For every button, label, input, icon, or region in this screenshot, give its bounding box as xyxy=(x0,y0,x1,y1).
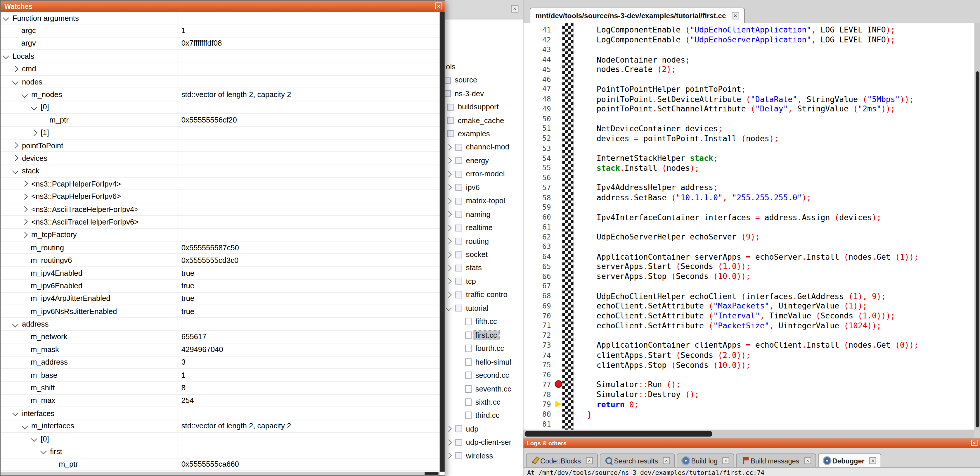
tree-item-wireless[interactable]: wireless xyxy=(438,449,523,463)
expand-icon[interactable] xyxy=(22,232,28,238)
line-marker-slot[interactable] xyxy=(556,74,562,84)
expand-icon[interactable] xyxy=(445,278,452,284)
expand-icon[interactable] xyxy=(445,265,452,271)
logs-tab-code-blocks[interactable]: Code::Blocks× xyxy=(526,454,598,467)
line-marker-slot[interactable] xyxy=(556,380,562,390)
vertical-scrollbar[interactable] xyxy=(974,23,980,430)
collapse-icon[interactable] xyxy=(31,104,37,110)
watch-row-address[interactable]: address xyxy=(1,318,440,331)
expand-icon[interactable] xyxy=(445,453,452,459)
tree-item-traffic-contro[interactable]: traffic-contro xyxy=(438,288,523,302)
line-marker-slot[interactable] xyxy=(556,143,562,153)
tree-item-naming[interactable]: naming xyxy=(438,208,523,221)
collapse-icon[interactable] xyxy=(22,423,28,429)
tree-item-ols[interactable]: ols xyxy=(438,60,523,73)
close-icon[interactable]: × xyxy=(732,12,739,19)
close-icon[interactable]: × xyxy=(870,457,877,464)
vertical-scrollbar-thumb[interactable] xyxy=(975,71,979,427)
watches-horizontal-scrollbar[interactable] xyxy=(1,471,440,475)
expand-icon[interactable] xyxy=(445,238,452,244)
watch-row-ns3-pcaphelperforipv6[interactable]: <ns3::PcapHelperForIpv6> xyxy=(1,190,440,203)
tree-item-udp-client-ser[interactable]: udp-client-ser xyxy=(438,436,523,449)
watch-row-m-ipv6nsrsjitterenabled[interactable]: m_ipv6NsRsJitterEnabledtrue xyxy=(1,305,440,318)
tree-item-energy[interactable]: energy xyxy=(438,154,523,168)
expand-icon[interactable] xyxy=(445,439,452,446)
expand-icon[interactable] xyxy=(12,155,18,161)
watches-vertical-scrollbar[interactable] xyxy=(440,12,445,471)
line-marker-slot[interactable] xyxy=(556,114,562,124)
expand-icon[interactable] xyxy=(22,181,28,187)
collapse-icon[interactable] xyxy=(40,449,46,455)
watch-row-1[interactable]: [1] xyxy=(1,126,440,139)
line-marker-slot[interactable] xyxy=(556,370,562,380)
tree-item-routing[interactable]: routing xyxy=(438,235,523,248)
line-marker-slot[interactable] xyxy=(556,55,562,65)
watch-row-pointtopoint[interactable]: pointToPoint xyxy=(1,139,440,152)
watch-row-first[interactable]: first xyxy=(1,446,440,458)
editor-tab-first-cc[interactable]: mnt/dev/tools/source/ns-3-dev/examples/t… xyxy=(530,8,745,23)
close-icon[interactable]: × xyxy=(722,457,730,464)
expand-icon[interactable] xyxy=(445,251,452,257)
watch-row-m-ptr[interactable]: m_ptr0x5555555ca660 xyxy=(1,458,440,471)
tree-item-realtime[interactable]: realtime xyxy=(438,221,523,235)
watch-row-m-nodes[interactable]: m_nodesstd::vector of length 2, capacity… xyxy=(1,88,440,101)
line-marker-slot[interactable] xyxy=(556,202,562,212)
close-icon[interactable]: × xyxy=(804,457,811,464)
line-marker-slot[interactable] xyxy=(556,242,562,252)
watch-row-0[interactable]: [0] xyxy=(1,101,440,114)
line-marker-slot[interactable] xyxy=(556,64,562,74)
horizontal-scrollbar[interactable] xyxy=(523,430,974,438)
line-marker-slot[interactable] xyxy=(556,35,562,45)
watch-row-m-max[interactable]: m_max254 xyxy=(1,395,440,407)
watch-row-m-interfaces[interactable]: m_interfacesstd::vector of length 2, cap… xyxy=(1,420,440,433)
expand-icon[interactable] xyxy=(445,198,452,204)
line-marker-slot[interactable] xyxy=(556,222,562,232)
watch-row-stack[interactable]: stack xyxy=(1,165,440,178)
watch-row-m-shift[interactable]: m_shift8 xyxy=(1,382,440,395)
line-marker-slot[interactable] xyxy=(556,94,562,104)
collapse-icon[interactable] xyxy=(12,79,18,85)
watch-row-argv[interactable]: argv0x7fffffffdf08 xyxy=(1,37,440,50)
watch-row-m-base[interactable]: m_base1 xyxy=(1,369,440,382)
line-marker-slot[interactable] xyxy=(556,133,562,143)
expand-icon[interactable] xyxy=(445,292,452,298)
line-marker-slot[interactable] xyxy=(556,321,562,331)
tree-item-fifth-cc[interactable]: fifth.cc xyxy=(438,315,523,328)
expand-icon[interactable] xyxy=(445,426,452,432)
line-marker-slot[interactable] xyxy=(556,291,562,301)
tree-item-first-cc[interactable]: first.cc xyxy=(438,328,523,342)
line-marker-slot[interactable] xyxy=(556,360,562,370)
logs-tab-search-results[interactable]: Search results× xyxy=(600,454,675,467)
expand-icon[interactable] xyxy=(445,171,452,177)
line-marker-slot[interactable] xyxy=(556,390,562,399)
close-icon[interactable]: × xyxy=(435,3,442,10)
expand-icon[interactable] xyxy=(22,219,28,225)
close-icon[interactable]: × xyxy=(586,457,593,464)
line-marker-slot[interactable] xyxy=(556,104,562,114)
tree-item-seventh-cc[interactable]: seventh.cc xyxy=(438,382,523,396)
tree-item-tcp[interactable]: tcp xyxy=(438,275,523,288)
collapse-icon[interactable] xyxy=(3,53,9,59)
watch-row-m-tcpfactory[interactable]: m_tcpFactory xyxy=(1,228,440,241)
expand-icon[interactable] xyxy=(445,211,452,217)
tree-item-buildsupport[interactable]: buildsupport xyxy=(438,100,523,114)
tree-item-hello-simul[interactable]: hello-simul xyxy=(438,355,523,369)
tree-item-matrix-topol[interactable]: matrix-topol xyxy=(438,194,523,208)
watch-row-function-arguments[interactable]: Function arguments xyxy=(1,12,440,25)
close-icon[interactable]: × xyxy=(663,457,670,464)
line-marker-slot[interactable] xyxy=(556,399,562,409)
tree-item-channel-mod[interactable]: channel-mod xyxy=(438,141,523,154)
line-marker-slot[interactable] xyxy=(556,192,562,202)
watch-row-devices[interactable]: devices xyxy=(1,152,440,165)
line-marker-slot[interactable] xyxy=(556,419,562,429)
line-marker-slot[interactable] xyxy=(556,163,562,173)
collapse-icon[interactable] xyxy=(12,168,18,174)
watch-row-m-ipv4enabled[interactable]: m_ipv4Enabledtrue xyxy=(1,267,440,280)
line-marker-slot[interactable] xyxy=(556,272,562,281)
tree-item-udp[interactable]: udp xyxy=(438,422,523,436)
line-marker-slot[interactable] xyxy=(556,25,562,35)
watches-titlebar[interactable]: Watches × xyxy=(1,1,445,12)
line-marker-slot[interactable] xyxy=(556,281,562,291)
watch-row-m-ipv4arpjitterenabled[interactable]: m_ipv4ArpJitterEnabledtrue xyxy=(1,292,440,305)
collapse-icon[interactable] xyxy=(12,410,18,416)
